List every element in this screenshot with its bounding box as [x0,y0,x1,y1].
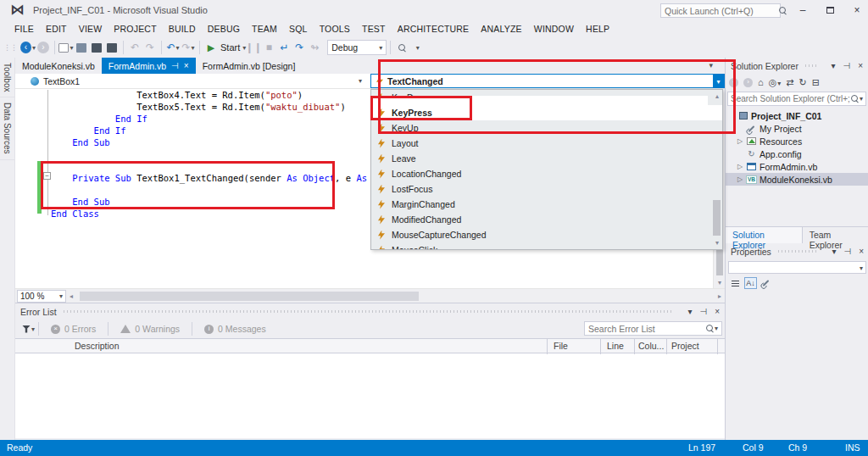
tree-item-project-inf-c01[interactable]: Project_INF_C01 [726,109,868,122]
close-icon[interactable]: × [858,61,863,70]
dropdown-scroll-down-icon[interactable]: ▾ [715,239,719,247]
menu-item-debug[interactable]: DEBUG [202,21,246,36]
menu-item-build[interactable]: BUILD [163,21,202,36]
event-item-mouseclick[interactable]: MouseClick [371,242,722,250]
menu-item-window[interactable]: WINDOW [528,21,580,36]
pin-icon[interactable]: ⊣ [699,307,707,316]
properties-object-select[interactable]: ▾ [728,261,866,274]
stop-button[interactable]: ■ [261,40,276,55]
event-item-modifiedchanged[interactable]: ModifiedChanged [371,212,722,227]
property-pages-icon[interactable] [760,277,772,289]
menu-item-tools[interactable]: TOOLS [314,21,356,36]
minimize-button[interactable]: – [797,4,809,16]
pin-icon[interactable]: ⊣ [843,247,851,256]
menu-item-view[interactable]: VIEW [73,21,108,36]
menu-item-help[interactable]: HELP [580,21,615,36]
column-project[interactable]: Project [671,341,699,351]
save-button[interactable] [89,40,104,55]
expander-icon[interactable]: ▷ [737,137,746,145]
pin-tab-icon[interactable]: ⊣ [171,61,179,70]
filter-icon[interactable] [22,325,31,333]
event-item-mousecapturechanged[interactable]: MouseCaptureChanged [371,227,722,242]
uncomment-button[interactable]: ↷ [142,40,158,55]
scroll-right-icon[interactable]: ▸ [715,292,725,300]
navigate-back-button[interactable]: ‹▾ [20,40,36,55]
tab-formadmin-design[interactable]: FormAdmin.vb [Design] [196,58,303,74]
menu-item-edit[interactable]: EDIT [40,21,73,36]
new-project-button[interactable]: ▾ [58,40,74,55]
pin-icon[interactable]: ⊣ [843,61,850,70]
event-dropdown[interactable]: TextChanged ▾ [370,74,725,88]
event-dropdown-list[interactable]: ▴ ▾ KeyDownKeyPressKeyUpLayoutLeaveLocat… [370,89,723,250]
start-debug-icon[interactable]: ▶ [203,40,219,55]
start-button[interactable]: Start [220,42,240,53]
event-item-layout[interactable]: Layout [371,136,722,151]
event-dropdown-button[interactable]: ▾ [713,75,724,88]
alphabetical-icon[interactable]: A↓ [744,277,757,289]
step-out-button[interactable]: ↬ [307,40,322,55]
tab-team-explorer[interactable]: Team Explorer [803,227,868,243]
tree-item-resources[interactable]: ▷Resources [726,135,868,147]
scroll-left-icon[interactable]: ◂ [66,292,76,300]
refresh-icon[interactable]: ↻ [799,77,807,88]
tree-item-my-project[interactable]: My Project [726,122,868,135]
pause-button[interactable]: ❙❙ [246,40,261,55]
editor-horizontal-scrollbar[interactable] [76,289,715,303]
tab-modulekoneksi[interactable]: ModuleKoneksi.vb [15,58,102,74]
warnings-count-button[interactable]: 0 Warnings [120,324,180,334]
solution-configurations-select[interactable]: Debug ▾ [327,40,387,55]
collapse-region-button[interactable]: − [43,172,51,180]
redo-button[interactable]: ↷▾ [181,40,196,55]
event-item-marginchanged[interactable]: MarginChanged [371,197,722,212]
toolbar-overflow-button[interactable]: ▾ [409,40,425,55]
switch-views-icon[interactable]: ⇄ [786,77,793,88]
scrollbar-thumb[interactable] [80,292,419,301]
error-list-search-box[interactable]: ▾ [584,321,722,336]
sidebar-tab-toolbox[interactable]: Toolbox [0,58,14,97]
step-over-button[interactable]: ↷ [292,40,307,55]
quick-launch-input[interactable] [665,6,779,16]
solution-explorer-search-box[interactable]: ▾ [727,92,866,106]
menu-item-project[interactable]: PROJECT [108,21,162,36]
tab-formadmin[interactable]: FormAdmin.vb ⊣ × [102,58,196,74]
dropdown-scrollbar-thumb[interactable] [713,200,721,236]
find-in-files-icon[interactable] [394,40,409,55]
add-item-button[interactable] [74,40,89,55]
categorized-icon[interactable] [729,277,742,289]
solution-explorer-search-input[interactable] [731,94,851,103]
navigate-forward-button[interactable]: › [36,40,51,55]
dropdown-scroll-up-icon[interactable]: ▴ [715,92,719,100]
menu-item-test[interactable]: TEST [356,21,392,36]
column-description[interactable]: Description [75,341,120,351]
close-tab-icon[interactable]: × [184,61,189,70]
error-list-search-input[interactable] [588,324,706,334]
zoom-level-select[interactable]: 100 % ▾ [17,290,66,303]
event-item-lostfocus[interactable]: LostFocus [371,181,722,197]
column-file[interactable]: File [554,341,568,351]
messages-count-button[interactable]: i0 Messages [204,324,266,334]
tree-item-app-config[interactable]: ↻App.config [726,147,868,160]
save-all-button[interactable] [104,40,120,55]
tree-item-modulekoneksi-vb[interactable]: ▷VBModuleKoneksi.vb [726,173,868,186]
forward-button[interactable]: › [743,78,753,87]
expander-icon[interactable]: ▷ [737,163,746,170]
collapse-all-icon[interactable]: ⊟ [812,77,820,88]
event-item-keypress[interactable]: KeyPress [371,105,722,120]
back-button[interactable]: ‹ [729,78,738,87]
step-into-button[interactable]: ↵ [276,40,292,55]
close-icon[interactable]: × [715,307,720,316]
tab-well-dropdown-icon[interactable]: ▾ [709,61,713,70]
comment-button[interactable]: ↶ [127,40,142,55]
tab-solution-explorer[interactable]: Solution Explorer [726,227,803,243]
menu-item-analyze[interactable]: ANALYZE [475,21,527,36]
home-icon[interactable]: ⌂ [758,77,764,87]
pending-changes-filter-icon[interactable]: ◎▾ [769,77,782,88]
tree-item-formadmin-vb[interactable]: ▷FormAdmin.vb [726,160,868,173]
menu-item-team[interactable]: TEAM [246,21,283,36]
filter-caret-icon[interactable]: ▾ [31,325,35,333]
menu-item-sql[interactable]: SQL [283,21,314,36]
scroll-down-icon[interactable]: ▾ [714,279,726,286]
chevron-down-icon[interactable]: ▾ [687,307,692,316]
menu-item-architecture[interactable]: ARCHITECTURE [392,21,476,36]
column-column[interactable]: Colu... [638,341,664,351]
